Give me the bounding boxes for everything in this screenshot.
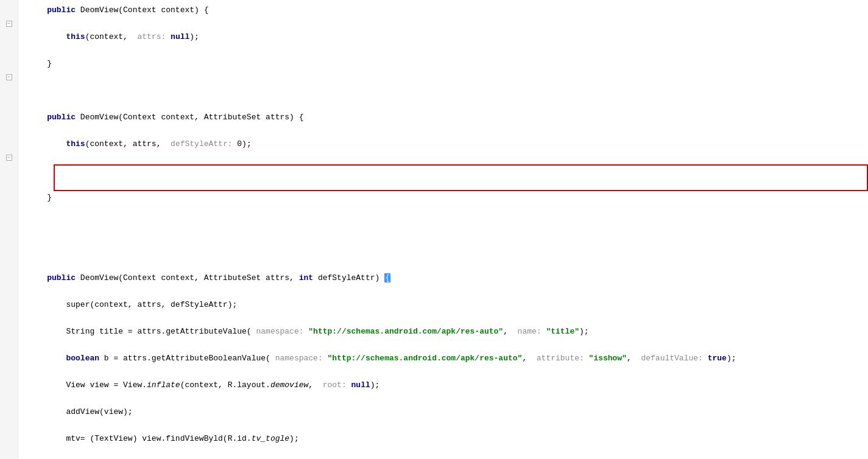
code-editor-main[interactable]: public DeomView(Context context) { this(… <box>18 0 868 459</box>
fold-marker-1[interactable]: − <box>6 21 12 27</box>
code-line-5: public DeomView(Context context, Attribu… <box>28 111 868 124</box>
code-line-16: addView(view); <box>28 405 868 419</box>
code-line-15: View view = View.inflate(context, R.layo… <box>28 379 868 392</box>
fold-marker-3[interactable]: − <box>6 155 12 161</box>
code-line-3: } <box>28 57 868 71</box>
code-line-10 <box>28 245 868 258</box>
code-line-13: String title = attrs.getAttributeValue( … <box>28 325 868 338</box>
fold-marker-2[interactable]: − <box>6 74 12 80</box>
code-line-7 <box>28 164 868 178</box>
code-line-2: this(context, attrs: null); <box>28 30 868 44</box>
code-line-12: super(context, attrs, defStyleAttr); <box>28 298 868 312</box>
code-line-9 <box>28 218 868 231</box>
code-line-1: public DeomView(Context context) { <box>28 4 868 17</box>
code-line-8: } <box>28 191 868 205</box>
code-line-4 <box>28 84 868 97</box>
code-line-14: boolean b = attrs.getAttributeBooleanVal… <box>28 352 868 365</box>
code-line-6: this(context, attrs, defStyleAttr: 0); <box>28 138 868 151</box>
editor-container: − − − public DeomView(Context context) {… <box>0 0 868 459</box>
code-line-17: mtv= (TextView) view.findViewByld(R.id.t… <box>28 432 868 446</box>
code-line-11: public DeomView(Context context, Attribu… <box>28 272 868 285</box>
code-gutter: − − − <box>0 0 18 459</box>
